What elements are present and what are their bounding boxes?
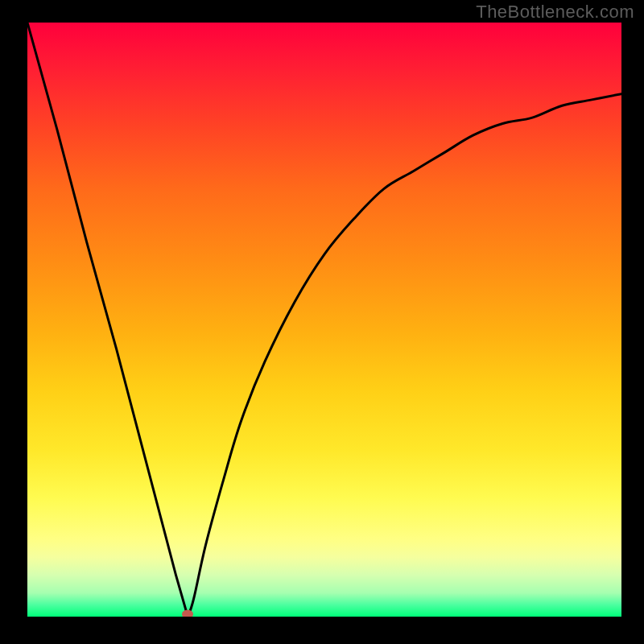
chart-frame: TheBottleneck.com <box>0 0 644 644</box>
watermark-text: TheBottleneck.com <box>476 2 634 23</box>
minimum-marker-icon <box>182 610 193 617</box>
plot-area <box>27 23 621 617</box>
bottleneck-curve <box>27 23 621 617</box>
curve-left-branch <box>27 23 188 617</box>
curve-right-branch <box>188 94 621 617</box>
